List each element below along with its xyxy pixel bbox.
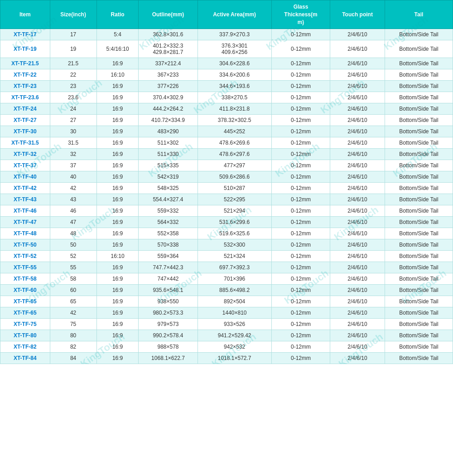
table-cell: 531.6×299.6	[198, 217, 271, 228]
table-cell: 42	[50, 307, 96, 319]
table-cell: 60	[50, 285, 96, 296]
table-cell: XT-TF-23.6	[0, 92, 50, 103]
col-outline: Outline(mm)	[139, 0, 198, 29]
table-row: XT-TF-272716:9410.72×334.9378.32×302.50-…	[0, 115, 453, 126]
table-cell: 478.6×297.6	[198, 149, 271, 160]
table-cell: 564×332	[139, 217, 198, 228]
table-cell: 16:9	[96, 171, 139, 183]
table-cell: 75	[50, 319, 96, 330]
table-cell: 2/4/6/10	[330, 239, 385, 251]
table-cell: 885.6×498.2	[198, 285, 271, 296]
table-cell: 16:9	[96, 58, 139, 69]
table-cell: 0-12mm	[271, 285, 330, 296]
table-cell: Bottom/Side Tail	[385, 29, 453, 40]
table-cell: 16:9	[96, 239, 139, 251]
table-row: XT-TF-808016:9990.2×578.4941.2×529.420-1…	[0, 330, 453, 341]
table-row: XT-TF-17175:4362.8×301.6337.9×270.30-12m…	[0, 29, 453, 40]
table-cell: 552×358	[139, 228, 198, 239]
table-cell: Bottom/Side Tail	[385, 194, 453, 205]
table-cell: XT-TF-37	[0, 160, 50, 171]
table-cell: 0-12mm	[271, 217, 330, 228]
table-cell: 21.5	[50, 58, 96, 69]
table-cell: 0-12mm	[271, 81, 330, 92]
table-cell: XT-TF-84	[0, 353, 50, 364]
table-cell: XT-TF-30	[0, 126, 50, 137]
table-cell: 16:9	[96, 353, 139, 364]
table-cell: Bottom/Side Tail	[385, 239, 453, 251]
table-row: XT-TF-303016:9483×290445×2520-12mm2/4/6/…	[0, 126, 453, 137]
table-cell: 0-12mm	[271, 341, 330, 353]
table-row: XT-TF-323216:9511×330478.6×297.60-12mm2/…	[0, 149, 453, 160]
table-cell: 0-12mm	[271, 58, 330, 69]
table-cell: 16:9	[96, 149, 139, 160]
table-cell: 16:9	[96, 228, 139, 239]
table-cell: 344.6×193.6	[198, 81, 271, 92]
table-cell: 23	[50, 81, 96, 92]
table-cell: Bottom/Side Tail	[385, 137, 453, 149]
table-cell: XT-TF-47	[0, 217, 50, 228]
table-cell: 22	[50, 69, 96, 81]
col-ratio: Ratio	[96, 0, 139, 29]
table-cell: 401.2×332.3429.8×281.7	[139, 40, 198, 58]
table-cell: 2/4/6/10	[330, 160, 385, 171]
table-cell: 16:9	[96, 92, 139, 103]
table-row: XT-TF-434316:9554.4×327.4522×2950-12mm2/…	[0, 194, 453, 205]
table-row: XT-TF-656516:9938×550892×5040-12mm2/4/6/…	[0, 296, 453, 307]
table-cell: 337×212.4	[139, 58, 198, 69]
table-cell: 0-12mm	[271, 29, 330, 40]
table-row: XT-TF-484816:9552×358519.6×325.60-12mm2/…	[0, 228, 453, 239]
table-cell: XT-TF-48	[0, 228, 50, 239]
table-cell: 376.3×301409.6×256	[198, 40, 271, 58]
table-cell: 47	[50, 217, 96, 228]
table-cell: 2/4/6/10	[330, 251, 385, 262]
table-cell: 2/4/6/10	[330, 126, 385, 137]
table-row: XT-TF-505016:9570×338532×3000-12mm2/4/6/…	[0, 239, 453, 251]
table-cell: 1018.1×572.7	[198, 353, 271, 364]
table-cell: 377×226	[139, 81, 198, 92]
table-cell: 2/4/6/10	[330, 217, 385, 228]
table-cell: 5:4/16:10	[96, 40, 139, 58]
table-cell: 935.6×548.1	[139, 285, 198, 296]
table-cell: 2/4/6/10	[330, 58, 385, 69]
table-cell: 2/4/6/10	[330, 29, 385, 40]
table-cell: 548×325	[139, 183, 198, 194]
table-cell: 559×364	[139, 251, 198, 262]
table-cell: Bottom/Side Tail	[385, 115, 453, 126]
table-cell: XT-TF-50	[0, 239, 50, 251]
table-cell: 444.2×264.2	[139, 103, 198, 115]
table-cell: 892×504	[198, 296, 271, 307]
table-cell: 0-12mm	[271, 126, 330, 137]
table-row: XT-TF-525216:10559×364521×3240-12mm2/4/6…	[0, 251, 453, 262]
table-cell: 0-12mm	[271, 251, 330, 262]
table-cell: Bottom/Side Tail	[385, 228, 453, 239]
table-cell: 411.8×231.8	[198, 103, 271, 115]
table-cell: 16:9	[96, 296, 139, 307]
table-cell: 0-12mm	[271, 296, 330, 307]
table-row: XT-TF-222216:10367×233334.6×200.60-12mm2…	[0, 69, 453, 81]
table-cell: 2/4/6/10	[330, 194, 385, 205]
table-cell: XT-TF-58	[0, 273, 50, 285]
table-cell: 2/4/6/10	[330, 103, 385, 115]
page-container: KingTouch KingTouch KingTouch KingTouch …	[0, 0, 453, 364]
table-cell: 24	[50, 103, 96, 115]
table-cell: 337.9×270.3	[198, 29, 271, 40]
table-cell: 980.2×573.3	[139, 307, 198, 319]
table-row: XT-TF-757516:9979×573933×5260-12mm2/4/6/…	[0, 319, 453, 330]
table-row: XT-TF-404016:9542×319509.6×286.60-12mm2/…	[0, 171, 453, 183]
table-cell: 478.6×269.6	[198, 137, 271, 149]
table-cell: 0-12mm	[271, 228, 330, 239]
table-cell: 16:9	[96, 137, 139, 149]
table-cell: 747×442	[139, 273, 198, 285]
table-cell: 747.7×442.3	[139, 262, 198, 273]
table-cell: 58	[50, 273, 96, 285]
table-cell: 16:9	[96, 103, 139, 115]
table-cell: 554.4×327.4	[139, 194, 198, 205]
table-cell: 48	[50, 228, 96, 239]
table-cell: 0-12mm	[271, 137, 330, 149]
table-cell: 445×252	[198, 126, 271, 137]
table-row: XT-TF-585816:9747×442701×3960-12mm2/4/6/…	[0, 273, 453, 285]
table-cell: 82	[50, 341, 96, 353]
table-cell: XT-TF-75	[0, 319, 50, 330]
table-cell: 65	[50, 296, 96, 307]
table-cell: 30	[50, 126, 96, 137]
